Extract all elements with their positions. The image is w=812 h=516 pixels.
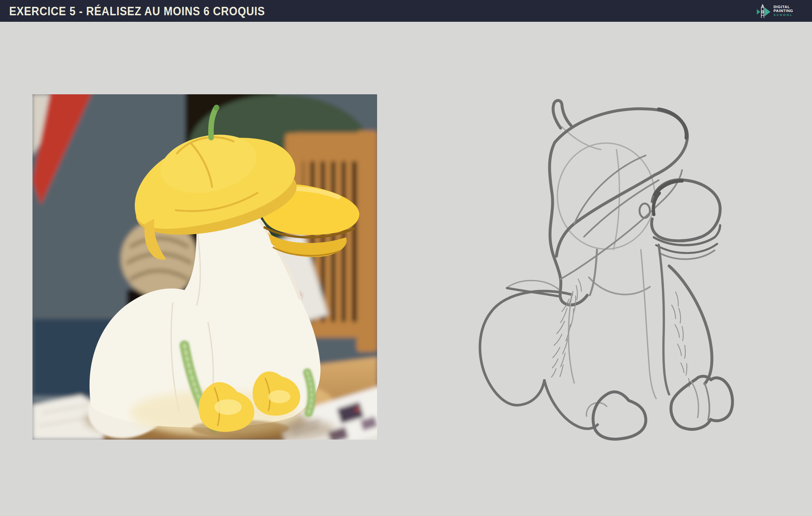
slide: EXERCICE 5 - RÉALISEZ AU MOINS 6 CROQUIS bbox=[0, 0, 812, 516]
sketch-left-foot bbox=[593, 392, 646, 439]
logo-line-school: SCHOOL bbox=[774, 13, 793, 17]
pencil-with-triangles-icon bbox=[756, 4, 771, 19]
duck-sketch bbox=[477, 97, 740, 441]
logo-line-digital: DIGITAL bbox=[774, 5, 793, 9]
duck-sketch-drawing bbox=[477, 97, 740, 441]
sketch-beak bbox=[651, 180, 720, 259]
sketch-right-foot bbox=[671, 376, 732, 429]
digital-painting-school-logo: DIGITAL PAINTING SCHOOL bbox=[756, 4, 793, 19]
logo-line-painting: PAINTING bbox=[774, 9, 793, 13]
page-title: EXERCICE 5 - RÉALISEZ AU MOINS 6 CROQUIS bbox=[0, 4, 265, 18]
reference-photo-illustration bbox=[32, 94, 377, 440]
reference-photo bbox=[32, 94, 377, 440]
header-bar: EXERCICE 5 - RÉALISEZ AU MOINS 6 CROQUIS bbox=[0, 0, 812, 22]
logo-text: DIGITAL PAINTING SCHOOL bbox=[774, 5, 793, 17]
sketch-eye bbox=[640, 203, 650, 218]
